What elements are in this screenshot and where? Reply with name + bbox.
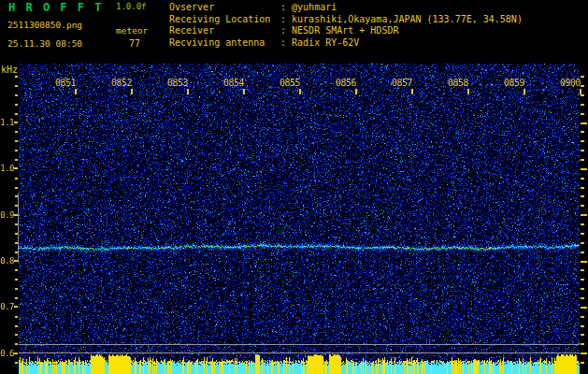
time-tick-mark [75, 89, 77, 94]
freq-minor-tick-right [581, 269, 584, 271]
freq-tick-label: 0.9 [0, 210, 14, 220]
freq-minor-tick-right [581, 325, 584, 327]
freq-minor-tick-left [15, 279, 18, 280]
observation-mode-label: meteor [116, 25, 148, 36]
output-filename: 2511300850.png [7, 20, 82, 30]
station-info-block: Ovserver: @yuhmariReceiving Location: ku… [169, 2, 523, 49]
freq-major-tick-left [14, 306, 18, 308]
freq-tick-label: 1.1 [0, 118, 14, 127]
freq-minor-tick-right [581, 242, 584, 244]
freq-major-tick-left [14, 214, 18, 216]
time-tick-mark [187, 89, 189, 94]
info-row-2: Receiver: NESDR SMArt + HDSDR [169, 25, 523, 37]
spectrogram-canvas [19, 64, 580, 374]
freq-minor-tick-right [581, 159, 584, 161]
freq-minor-tick-left [15, 362, 18, 364]
info-row-0: Ovserver: @yuhmari [169, 2, 523, 14]
info-separator: : [280, 2, 286, 12]
info-separator: : [280, 14, 286, 24]
freq-minor-tick-right [581, 178, 584, 180]
freq-minor-tick-right [581, 316, 584, 318]
info-value: Radix RY-62V [292, 37, 359, 48]
freq-minor-tick-right [581, 187, 584, 189]
app-title: H R O F F T [8, 1, 103, 14]
info-row-3: Recviving antenna: Radix RY-62V [169, 37, 523, 50]
freq-major-tick-left [14, 352, 18, 354]
time-tick-mark [523, 89, 525, 94]
freq-minor-tick-left [15, 113, 18, 115]
freq-minor-tick-left [15, 150, 18, 151]
freq-minor-tick-right [581, 205, 584, 207]
time-tick-mark [299, 89, 301, 94]
freq-minor-tick-left [15, 269, 18, 271]
freq-minor-tick-right [581, 362, 584, 364]
freq-minor-tick-right [581, 113, 584, 115]
freq-minor-tick-left [15, 242, 18, 244]
freq-minor-tick-left [15, 187, 18, 189]
freq-minor-tick-left [15, 223, 18, 225]
freq-minor-tick-right [581, 334, 584, 336]
freq-tick-label: 0.7 [0, 302, 14, 311]
freq-minor-tick-left [15, 76, 18, 78]
time-tick-mark [131, 89, 133, 94]
freq-major-tick-right [581, 261, 587, 263]
hrofft-window: H R O F F T 1.0.0f 2511300850.png meteor… [0, 0, 588, 374]
freq-minor-tick-right [581, 297, 584, 299]
time-tick-label: 0857 [388, 78, 412, 88]
freq-major-tick-left [14, 260, 18, 262]
freq-minor-tick-left [15, 297, 18, 299]
freq-major-tick-left [14, 122, 18, 123]
freq-minor-tick-right [581, 223, 584, 225]
freq-major-tick-left [14, 167, 18, 169]
time-tick-mark [467, 89, 469, 94]
freq-minor-tick-left [15, 94, 18, 96]
freq-minor-tick-left [15, 325, 18, 327]
time-tick-label: 0856 [332, 78, 356, 88]
time-tick-label: 0858 [444, 78, 468, 88]
time-tick-mark [411, 89, 413, 94]
freq-minor-tick-left [15, 159, 18, 161]
freq-minor-tick-left [15, 140, 18, 142]
freq-minor-tick-left [15, 343, 18, 345]
freq-minor-tick-left [15, 288, 18, 290]
freq-minor-tick-right [581, 94, 584, 96]
freq-range-marker-line [18, 194, 19, 263]
freq-tick-label: 0.6 [0, 349, 14, 358]
freq-minor-tick-right [581, 195, 584, 197]
freq-minor-tick-left [15, 104, 18, 106]
info-separator: : [280, 25, 286, 36]
info-label: Receiver [169, 25, 280, 37]
info-value: kurashiki,Okayama,JAPAN (133.77E, 34.58N… [292, 14, 523, 24]
time-tick-label: 0854 [220, 78, 244, 88]
freq-minor-tick-right [581, 233, 584, 235]
freq-minor-tick-right [581, 343, 584, 345]
time-tick-label: 0852 [108, 78, 132, 88]
freq-minor-tick-left [15, 233, 18, 235]
time-tick-label: 0855 [276, 78, 300, 88]
time-tick-mark [243, 89, 245, 94]
observation-datetime: 25.11.30 08:50 [7, 38, 82, 49]
info-label: Ovserver [169, 2, 280, 14]
freq-minor-tick-left [15, 252, 18, 253]
info-row-1: Receiving Location: kurashiki,Okayama,JA… [169, 14, 523, 26]
freq-minor-tick-right [581, 140, 584, 142]
freq-major-tick-right [581, 168, 587, 170]
freq-minor-tick-right [581, 252, 584, 253]
time-tick-mark [355, 89, 357, 94]
freq-minor-tick-left [15, 195, 18, 197]
freq-minor-tick-left [15, 316, 18, 318]
info-value: @yuhmari [292, 2, 337, 12]
freq-minor-tick-right [581, 150, 584, 151]
freq-minor-tick-right [581, 131, 584, 133]
info-label: Receiving Location [169, 14, 280, 26]
time-tick-label: 0859 [500, 78, 524, 88]
info-separator: : [280, 37, 286, 48]
meteor-count: 77 [129, 38, 140, 49]
freq-minor-tick-left [15, 131, 18, 133]
freq-minor-tick-right [581, 288, 584, 290]
info-value: NESDR SMArt + HDSDR [292, 25, 398, 36]
freq-major-tick-right [581, 307, 587, 309]
info-label: Recviving antenna [169, 37, 280, 50]
freq-major-tick-right [581, 122, 587, 124]
freq-minor-tick-left [15, 85, 18, 87]
